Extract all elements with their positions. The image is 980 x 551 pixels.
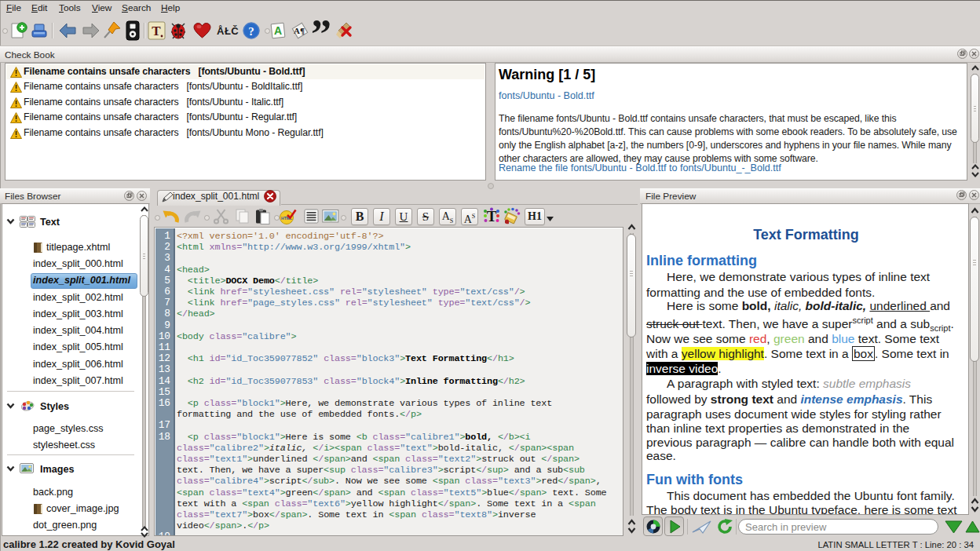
svg-text:T: T [152, 24, 161, 38]
svg-text:?: ? [248, 25, 254, 38]
svg-text:A: A [274, 24, 282, 37]
svg-text:A¶: A¶ [294, 26, 305, 35]
